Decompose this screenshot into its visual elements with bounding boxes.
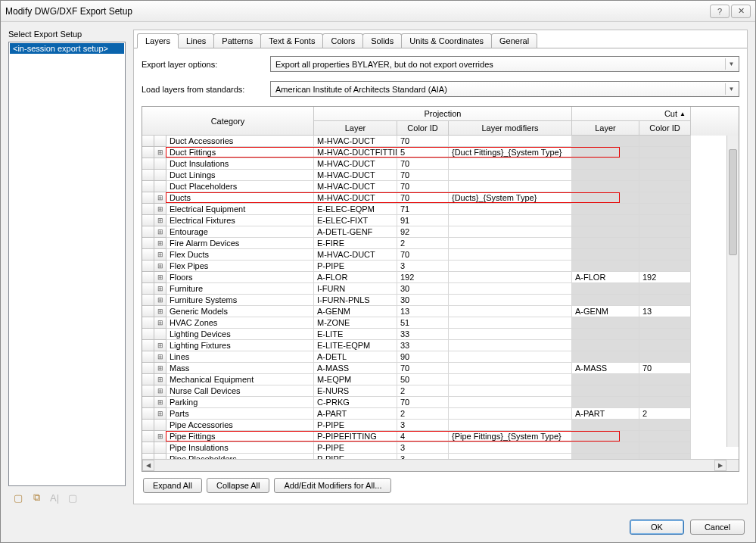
table-row[interactable]: Pipe AccessoriesP-PIPE3	[142, 420, 739, 431]
cell-proj-layer[interactable]: M-EQPM	[314, 374, 397, 385]
table-row[interactable]: ⊞Nurse Call DevicesE-NURS2	[142, 385, 739, 397]
cell-proj-modifiers[interactable]	[449, 295, 572, 306]
close-button[interactable]: ✕	[731, 5, 751, 18]
cell-proj-color[interactable]: 2	[397, 408, 449, 420]
cell-category[interactable]: Floors	[166, 272, 314, 283]
table-row[interactable]: ⊞DuctsM-HVAC-DUCT70{Ducts}_{System Type}	[142, 192, 739, 204]
cell-proj-color[interactable]: 33	[397, 340, 449, 351]
cell-proj-modifiers[interactable]	[449, 249, 572, 261]
cell-proj-color[interactable]: 4	[397, 431, 449, 442]
cell-proj-modifiers[interactable]	[449, 420, 572, 431]
cell-category[interactable]: Pipe Placeholders	[166, 454, 314, 459]
table-row[interactable]: ⊞PartsA-PART2A-PART2	[142, 408, 739, 420]
cell-proj-modifiers[interactable]	[449, 408, 572, 420]
cancel-button[interactable]: Cancel	[690, 520, 745, 535]
cell-proj-color[interactable]: 13	[397, 306, 449, 317]
cell-proj-color[interactable]: 70	[397, 192, 449, 204]
cell-proj-modifiers[interactable]	[449, 306, 572, 317]
cell-proj-modifiers[interactable]	[449, 283, 572, 295]
cell-category[interactable]: Duct Fittings	[166, 147, 314, 158]
scrollbar-thumb[interactable]	[729, 149, 737, 255]
cell-proj-color[interactable]: 3	[397, 454, 449, 459]
tab-solids[interactable]: Solids	[362, 33, 402, 48]
cell-proj-modifiers[interactable]	[449, 363, 572, 374]
cell-proj-layer[interactable]: E-FIRE	[314, 238, 397, 249]
cell-proj-layer[interactable]: I-FURN-PNLS	[314, 295, 397, 306]
expand-icon[interactable]: ⊞	[154, 283, 166, 295]
cell-category[interactable]: Nurse Call Devices	[166, 385, 314, 397]
scroll-left-icon[interactable]: ◀	[142, 460, 154, 471]
cell-proj-modifiers[interactable]	[449, 351, 572, 363]
cell-proj-layer[interactable]: E-ELEC-EQPM	[314, 204, 397, 215]
cell-cut-color[interactable]: 2	[639, 408, 691, 420]
expand-icon[interactable]: ⊞	[154, 272, 166, 283]
cell-proj-color[interactable]: 92	[397, 226, 449, 238]
cell-proj-color[interactable]: 2	[397, 385, 449, 397]
tab-patterns[interactable]: Patterns	[213, 33, 261, 48]
cell-proj-modifiers[interactable]	[449, 442, 572, 454]
col-proj-layer[interactable]: Layer	[314, 121, 397, 136]
grid-body[interactable]: Duct AccessoriesM-HVAC-DUCT70⊞Duct Fitti…	[142, 136, 739, 459]
table-row[interactable]: Duct InsulationsM-HVAC-DUCT70	[142, 158, 739, 170]
cell-proj-color[interactable]: 91	[397, 215, 449, 226]
expand-icon[interactable]: ⊞	[154, 431, 166, 442]
table-row[interactable]: Pipe InsulationsP-PIPE3	[142, 442, 739, 454]
table-row[interactable]: ⊞Fire Alarm DevicesE-FIRE2	[142, 238, 739, 249]
cell-proj-modifiers[interactable]	[449, 215, 572, 226]
cell-proj-modifiers[interactable]: {Duct Fittings}_{System Type}	[449, 147, 572, 158]
cell-proj-layer[interactable]: M-HVAC-DUCTFITTING	[314, 147, 397, 158]
tab-general[interactable]: General	[491, 33, 537, 48]
cell-proj-color[interactable]: 30	[397, 295, 449, 306]
new-setup-icon[interactable]: ▢	[11, 491, 25, 504]
cell-category[interactable]: Duct Placeholders	[166, 181, 314, 192]
cell-proj-modifiers[interactable]	[449, 158, 572, 170]
collapse-all-button[interactable]: Collapse All	[207, 478, 269, 493]
cell-proj-layer[interactable]: P-PIPE	[314, 442, 397, 454]
table-row[interactable]: Lighting DevicesE-LITE33	[142, 329, 739, 340]
cell-category[interactable]: Generic Models	[166, 306, 314, 317]
cell-proj-color[interactable]: 5	[397, 147, 449, 158]
cell-proj-layer[interactable]: P-PIPE	[314, 420, 397, 431]
cell-proj-modifiers[interactable]: {Ducts}_{System Type}	[449, 192, 572, 204]
table-row[interactable]: ⊞LinesA-DETL90	[142, 351, 739, 363]
cell-category[interactable]: Parking	[166, 397, 314, 408]
table-row[interactable]: ⊞ParkingC-PRKG70	[142, 397, 739, 408]
cell-category[interactable]: Pipe Insulations	[166, 442, 314, 454]
ok-button[interactable]: OK	[630, 520, 684, 535]
expand-icon[interactable]: ⊞	[154, 192, 166, 204]
table-row[interactable]: ⊞Duct FittingsM-HVAC-DUCTFITTING5{Duct F…	[142, 147, 739, 158]
col-proj-modifiers[interactable]: Layer modifiers	[449, 121, 572, 136]
export-setup-item[interactable]: <in-session export setup>	[10, 43, 124, 54]
table-row[interactable]: Duct AccessoriesM-HVAC-DUCT70	[142, 136, 739, 147]
cell-category[interactable]: Furniture	[166, 283, 314, 295]
cell-cut-layer[interactable]: A-GENM	[572, 306, 639, 317]
cell-proj-modifiers[interactable]	[449, 397, 572, 408]
cell-proj-layer[interactable]: M-HVAC-DUCT	[314, 192, 397, 204]
cell-category[interactable]: Lighting Fixtures	[166, 340, 314, 351]
table-row[interactable]: ⊞Flex PipesP-PIPE3	[142, 261, 739, 272]
cell-proj-modifiers[interactable]	[449, 226, 572, 238]
cell-proj-modifiers[interactable]	[449, 238, 572, 249]
expand-all-button[interactable]: Expand All	[143, 478, 202, 493]
cell-proj-layer[interactable]: E-ELEC-FIXT	[314, 215, 397, 226]
vertical-scrollbar[interactable]	[726, 136, 739, 447]
cell-proj-modifiers[interactable]	[449, 181, 572, 192]
cell-proj-color[interactable]: 70	[397, 397, 449, 408]
expand-icon[interactable]: ⊞	[154, 147, 166, 158]
cell-category[interactable]: Ducts	[166, 192, 314, 204]
cell-proj-color[interactable]: 3	[397, 442, 449, 454]
modifiers-button[interactable]: Add/Edit Modifiers for All...	[274, 478, 391, 493]
cell-proj-color[interactable]: 70	[397, 158, 449, 170]
cell-cut-layer[interactable]: A-PART	[572, 408, 639, 420]
table-row[interactable]: ⊞Furniture SystemsI-FURN-PNLS30	[142, 295, 739, 306]
cell-proj-color[interactable]: 90	[397, 351, 449, 363]
expand-icon[interactable]: ⊞	[154, 317, 166, 329]
cell-category[interactable]: Electrical Equipment	[166, 204, 314, 215]
col-category[interactable]: Category	[142, 107, 314, 136]
cell-proj-modifiers[interactable]	[449, 317, 572, 329]
table-row[interactable]: ⊞Mechanical EquipmentM-EQPM50	[142, 374, 739, 385]
table-row[interactable]: ⊞Electrical FixturesE-ELEC-FIXT91	[142, 215, 739, 226]
cell-proj-color[interactable]: 50	[397, 374, 449, 385]
export-options-combo[interactable]: Export all properties BYLAYER, but do no…	[270, 56, 739, 72]
tab-units-coordinates[interactable]: Units & Coordinates	[401, 33, 492, 48]
